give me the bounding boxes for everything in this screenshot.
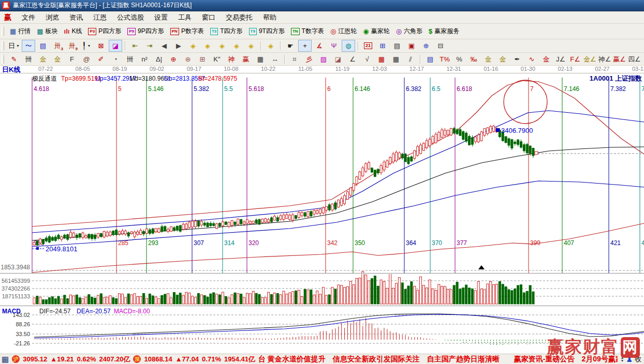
- red-grid-icon[interactable]: ▦: [375, 53, 388, 65]
- grid-arrow-icon[interactable]: ▦: [389, 53, 403, 65]
- shen-tool-icon[interactable]: 神: [225, 53, 238, 65]
- quotes-button[interactable]: ▦行情: [7, 25, 34, 37]
- draw-pen-icon[interactable]: ✎: [7, 53, 21, 65]
- menu-item-1[interactable]: 浏览: [40, 12, 64, 23]
- clock-cycle-icon[interactable]: ◔: [109, 53, 122, 65]
- system-tool-button[interactable]: ⊟: [434, 40, 447, 52]
- ying-angle-icon[interactable]: 赢∠: [612, 53, 626, 65]
- menu-item-4[interactable]: 公式选股: [112, 12, 149, 23]
- bar-rule-icon[interactable]: 卌: [123, 53, 137, 65]
- menu-item-5[interactable]: 设置: [149, 12, 173, 23]
- sh-index-price[interactable]: 3095.12: [23, 355, 47, 363]
- grid-target-icon[interactable]: ⊞: [196, 53, 209, 65]
- f-angle-icon[interactable]: F∠: [568, 53, 582, 65]
- ruler-123-icon[interactable]: ▦: [254, 53, 267, 65]
- shen-angle-icon[interactable]: 神∠: [598, 53, 612, 65]
- time-rule-icon[interactable]: 卌: [22, 53, 35, 65]
- spiral-icon[interactable]: @: [80, 53, 93, 65]
- menu-item-9[interactable]: 帮助: [258, 12, 282, 23]
- t-number-table-button[interactable]: TNT数字表: [288, 25, 327, 37]
- angle-lines-icon[interactable]: ∠: [346, 53, 359, 65]
- circle-cross-icon[interactable]: ⊕: [167, 53, 180, 65]
- menu-item-7[interactable]: 窗口: [197, 12, 221, 23]
- gold-circle-icon[interactable]: 金: [481, 53, 495, 65]
- color-chart-icon[interactable]: ◪: [109, 40, 122, 52]
- info-list-icon[interactable]: ▤: [36, 40, 50, 52]
- calendar-button[interactable]: 21: [361, 40, 375, 52]
- diamond-move-button[interactable]: ◈: [264, 40, 277, 52]
- gold-rule-icon[interactable]: 金: [36, 53, 50, 65]
- parallel-lines-icon[interactable]: ⫽: [404, 53, 417, 65]
- bars9-icon[interactable]: 卅9: [65, 40, 79, 52]
- star-circle-icon[interactable]: ⊛: [181, 53, 195, 65]
- hexagon-button[interactable]: ◎六角形: [393, 25, 426, 37]
- menu-item-8[interactable]: 交易委托: [221, 12, 258, 23]
- p9-square-button[interactable]: P99P四方形: [124, 25, 167, 37]
- first-page-button[interactable]: ⇤: [128, 40, 142, 52]
- shenzhen-market-icon[interactable]: 深: [133, 355, 141, 363]
- ying-tool-icon[interactable]: 赢: [239, 53, 253, 65]
- menu-item-3[interactable]: 江恩: [88, 12, 112, 23]
- k-mark-icon[interactable]: K″: [210, 53, 224, 65]
- p-square-button[interactable]: P3P四方形: [85, 25, 124, 37]
- mirror-line-icon[interactable]: Δ|: [152, 53, 166, 65]
- kline-chart-canvas[interactable]: 07-2208-0508-1909-0209-1710-0810-2211-05…: [0, 66, 644, 354]
- span-arrows-icon[interactable]: ↔: [268, 53, 282, 65]
- percent-icon[interactable]: %: [452, 53, 466, 65]
- shape-box-icon[interactable]: ▨: [317, 53, 330, 65]
- period-day-button-dropdown-icon[interactable]: ▼: [16, 44, 20, 48]
- last-page-button[interactable]: ⇥: [143, 40, 156, 52]
- kline-button[interactable]: ılıK线: [61, 25, 85, 37]
- quote-board-icon[interactable]: ▦: [2, 355, 9, 363]
- check-wave-icon[interactable]: √: [360, 53, 374, 65]
- p-number-table-button[interactable]: PNP数字表: [167, 25, 207, 37]
- chart-area[interactable]: 07-2208-0508-1909-0209-1710-0810-2211-05…: [0, 66, 644, 354]
- wave-a-icon[interactable]: ∿: [525, 53, 538, 65]
- trend-curve-icon[interactable]: 〜: [22, 40, 35, 52]
- diamond-left-button[interactable]: ◈: [186, 40, 200, 52]
- list-settings-icon[interactable]: ▤: [423, 53, 437, 65]
- crosshair-button[interactable]: +: [298, 40, 312, 52]
- brush-icon[interactable]: ✐: [94, 53, 108, 65]
- pattern-box-icon[interactable]: ⊠: [94, 40, 108, 52]
- t-square-button[interactable]: T3T四方形: [207, 25, 246, 37]
- gann-fan-icon[interactable]: 彡: [302, 53, 316, 65]
- memo-button[interactable]: ▤: [390, 40, 404, 52]
- gold-angle-icon[interactable]: 金∠: [583, 53, 597, 65]
- net-update-button[interactable]: ⊕: [419, 40, 433, 52]
- gold-lines-icon[interactable]: 金: [496, 53, 509, 65]
- page-forward-button[interactable]: ▶: [172, 40, 185, 52]
- t9-square-button[interactable]: T99T四方形: [246, 25, 288, 37]
- spin-down-icon[interactable]: ▼: [621, 359, 624, 362]
- fibo-rule-icon[interactable]: F: [65, 53, 79, 65]
- candle-style-button-dropdown-icon[interactable]: ▼: [87, 44, 91, 48]
- j-angle-icon[interactable]: J∠: [554, 53, 567, 65]
- smart-analysis-button[interactable]: ◍: [342, 40, 355, 52]
- pillar-icon[interactable]: ⌗: [288, 53, 301, 65]
- gold-rule2-icon[interactable]: 金: [51, 53, 64, 65]
- n-square-icon[interactable]: n²: [138, 53, 151, 65]
- diamond-right-button[interactable]: ◈: [201, 40, 214, 52]
- percent-t-icon[interactable]: T%: [438, 53, 451, 65]
- si-angle-icon[interactable]: 四∠: [627, 53, 641, 65]
- shanghai-market-icon[interactable]: 沪: [12, 355, 20, 363]
- magic-tool-button[interactable]: Ψ: [327, 40, 341, 52]
- calculator-button[interactable]: ⊞: [376, 40, 389, 52]
- menu-item-2[interactable]: 资讯: [64, 12, 88, 23]
- gann-wheel-button[interactable]: ◎江恩轮: [327, 25, 360, 37]
- page-back-button[interactable]: ◀: [157, 40, 171, 52]
- period-day-button[interactable]: 日▼: [7, 40, 21, 52]
- sz-index-price[interactable]: 10868.14: [144, 355, 172, 363]
- diamond-expand-button[interactable]: ◈: [215, 40, 229, 52]
- title-bar[interactable]: 赢 赢家江恩专业版[赢家服务平台] - [上证指数 SH1A0001-167日K…: [0, 0, 644, 11]
- pen-wave-icon[interactable]: ✒: [510, 53, 524, 65]
- gold-channel-icon[interactable]: 金: [539, 53, 553, 65]
- diamond-compress-button[interactable]: ◈: [230, 40, 243, 52]
- save-button[interactable]: ▣: [405, 40, 418, 52]
- hand-drag-button[interactable]: ☛: [284, 40, 297, 52]
- winner-service-button[interactable]: $赢家服务: [426, 25, 462, 37]
- fan-box-icon[interactable]: ◪: [331, 53, 345, 65]
- diamond-full-button[interactable]: ◈: [244, 40, 258, 52]
- winner-wheel-button[interactable]: ◉赢家轮: [360, 25, 392, 37]
- candle-style-button[interactable]: ╿▼: [80, 40, 93, 52]
